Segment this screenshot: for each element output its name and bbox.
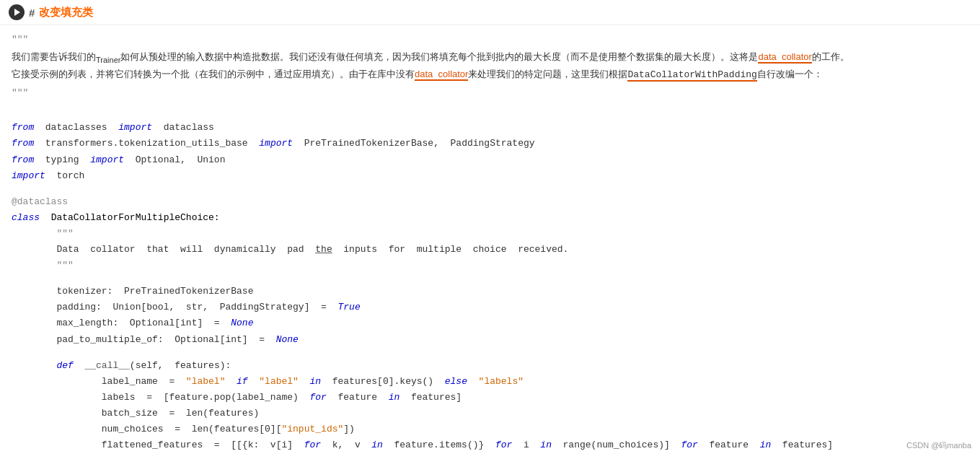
opening-docstring: """	[12, 34, 968, 45]
class-def-line: class DataCollatorForMultipleChoice:	[12, 210, 968, 226]
import-line-2: from transformers.tokenization_utils_bas…	[12, 136, 968, 152]
spacer-2	[12, 184, 968, 194]
import-line-1: from dataclasses import dataclass	[12, 120, 968, 136]
method-label-name: label_name = "label" if "label" in featu…	[12, 374, 968, 390]
section-title: 改变填充类	[39, 6, 93, 19]
comment-line1: 我们需要告诉我们的Trainer如何从预处理的输入数据中构造批数据。我们还没有做…	[12, 51, 849, 62]
class-docstring-open: """	[12, 226, 968, 242]
field-padding: padding: Union[bool, str, PaddingStrateg…	[12, 300, 968, 315]
comment-paragraph: 我们需要告诉我们的Trainer如何从预处理的输入数据中构造批数据。我们还没有做…	[12, 49, 968, 83]
spacer-1	[12, 101, 968, 113]
method-labels: labels = [feature.pop(label_name) for fe…	[12, 390, 968, 406]
import-line-3: from typing import Optional, Union	[12, 152, 968, 168]
field-pad-to-multiple: pad_to_multiple_of: Optional[int] = None	[12, 332, 968, 348]
method-flattened-2: flattened_features = sum(flattened_featu…	[12, 453, 968, 455]
field-tokenizer: tokenizer: PreTrainedTokenizerBase	[12, 284, 968, 300]
field-max-length: max_length: Optional[int] = None	[12, 315, 968, 331]
data-collator-highlight-1: data collator	[758, 51, 811, 64]
top-bar: # 改变填充类	[0, 0, 980, 25]
import-line-4: import torch	[12, 168, 968, 184]
method-flattened-1: flattened_features = [[{k: v[i] for k, v…	[12, 437, 968, 453]
class-docstring-close: """	[12, 258, 968, 274]
DataCollatorWithPadding-ref: DataCollatorWithPadding	[627, 69, 756, 82]
closing-docstring: """	[12, 87, 968, 98]
hash-symbol: #	[29, 6, 35, 19]
play-button[interactable]	[9, 4, 25, 20]
code-section: from dataclasses import dataclass from t…	[12, 120, 968, 455]
spacer-3	[12, 274, 968, 284]
data-collator-highlight-2: data collator	[415, 69, 468, 81]
decorator-line: @dataclass	[12, 194, 968, 210]
watermark: CSDN @码manba	[906, 440, 971, 451]
app: # 改变填充类 """ 我们需要告诉我们的Trainer如何从预处理的输入数据中…	[0, 0, 980, 459]
class-docstring-body: Data collator that will dynamically pad …	[12, 242, 968, 258]
comment-line2: 它接受示例的列表，并将它们转换为一个批（在我们的示例中，通过应用填充）。由于在库…	[12, 69, 823, 79]
method-batch-size: batch_size = len(features)	[12, 406, 968, 421]
spacer-4	[12, 348, 968, 358]
method-num-choices: num_choices = len(features[0]["input_ids…	[12, 421, 968, 437]
method-def-line: def __call__(self, features):	[12, 358, 968, 374]
content-area: """ 我们需要告诉我们的Trainer如何从预处理的输入数据中构造批数据。我们…	[0, 25, 980, 455]
